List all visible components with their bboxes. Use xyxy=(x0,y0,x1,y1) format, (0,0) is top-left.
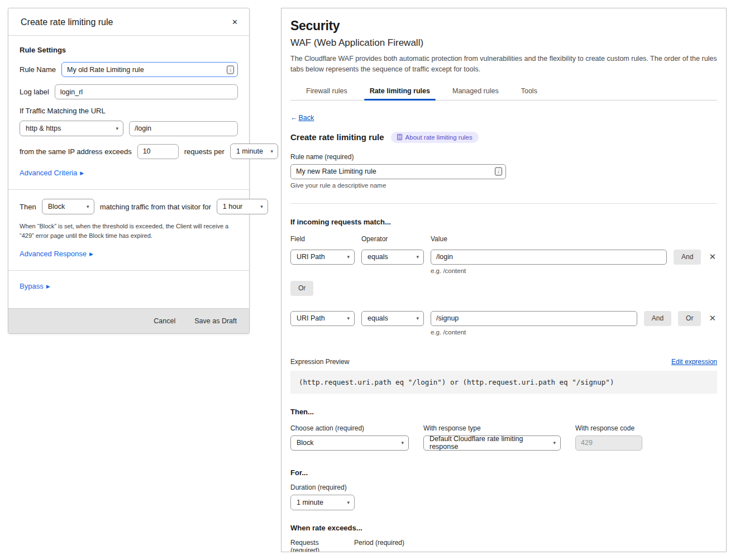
scheme-select[interactable]: http & https ▾ xyxy=(20,121,123,136)
traffic-match-label: If Traffic Matching the URL xyxy=(20,107,238,115)
rule-name-input[interactable] xyxy=(290,164,506,179)
duration-select-value: 1 minute xyxy=(297,499,323,506)
threshold-row: from the same IP address exceeds request… xyxy=(20,143,238,159)
chevron-down-icon: ▾ xyxy=(416,254,419,260)
for-heading: For... xyxy=(290,468,717,477)
divider xyxy=(8,270,249,271)
action-select[interactable]: Block ▾ xyxy=(290,435,409,451)
url-match-row: http & https ▾ xyxy=(20,121,238,136)
advanced-criteria-link[interactable]: Advanced Criteria ▶ xyxy=(20,169,84,177)
rate-controls: Requests (required) Period (required) 1 … xyxy=(290,539,717,553)
rule-name-row: Rule Name ↓ xyxy=(20,62,238,77)
operator-select-value: equals xyxy=(367,314,388,322)
advanced-response-link[interactable]: Advanced Response ▶ xyxy=(20,250,93,258)
or-button[interactable]: Or xyxy=(678,311,701,326)
chevron-down-icon: ▾ xyxy=(401,440,404,446)
exceeds-suffix-text: requests per xyxy=(184,147,225,156)
dialog-title: Create rate limiting rule xyxy=(21,17,113,27)
rate-labels: Requests (required) Period (required) xyxy=(290,539,717,553)
tab-tools[interactable]: Tools xyxy=(520,84,538,100)
advanced-criteria-label: Advanced Criteria xyxy=(20,169,77,177)
autofill-icon[interactable]: ↓ xyxy=(495,167,502,176)
close-icon[interactable]: ✕ xyxy=(231,17,239,27)
url-input[interactable] xyxy=(129,121,238,136)
field-select[interactable]: URI Path ▾ xyxy=(290,311,355,326)
and-button[interactable]: And xyxy=(674,250,701,265)
expression-head: Expression Preview Edit expression xyxy=(290,358,717,366)
save-as-draft-button[interactable]: Save as Draft xyxy=(194,317,237,325)
action-select[interactable]: Block ▾ xyxy=(42,199,94,214)
period-select[interactable]: 1 minute ▾ xyxy=(230,143,278,159)
response-code-column: With response code xyxy=(575,424,642,451)
action-select-value: Block xyxy=(297,439,314,447)
rule-name-block: Rule name (required) ↓ Give your rule a … xyxy=(290,153,717,189)
response-code-label: With response code xyxy=(575,424,642,432)
condition-row: URI Path ▾ equals ▾ And ✕ xyxy=(290,250,717,265)
then-heading: Then... xyxy=(290,408,717,416)
operator-select-value: equals xyxy=(367,253,388,261)
operator-select[interactable]: equals ▾ xyxy=(361,250,424,265)
create-rate-limiting-rule-dialog: Create rate limiting rule ✕ Rule Setting… xyxy=(8,8,250,334)
back-link[interactable]: ← Back xyxy=(290,114,314,122)
back-label: Back xyxy=(299,114,314,122)
tab-managed-rules[interactable]: Managed rules xyxy=(451,84,500,100)
and-button[interactable]: And xyxy=(644,311,671,326)
then-section: Then... Choose action (required) Block ▾… xyxy=(290,408,717,451)
value-input[interactable] xyxy=(431,311,637,326)
field-select[interactable]: URI Path ▾ xyxy=(290,250,355,265)
remove-condition-icon[interactable]: ✕ xyxy=(708,252,717,262)
url-input-wrap xyxy=(129,121,238,136)
match-section: If incoming requests match... Field Oper… xyxy=(290,218,717,336)
or-button[interactable]: Or xyxy=(290,281,313,296)
autofill-icon[interactable]: ↓ xyxy=(227,65,234,74)
triangle-right-icon: ▶ xyxy=(46,284,50,289)
log-input-wrap xyxy=(55,84,238,99)
then-suffix-text: matching traffic from that visitor for xyxy=(100,203,211,211)
duration-block: Duration (required) 1 minute ▾ xyxy=(290,484,717,510)
document-icon xyxy=(397,134,402,140)
tab-firewall-rules[interactable]: Firewall rules xyxy=(305,84,349,100)
triangle-right-icon: ▶ xyxy=(89,251,93,257)
tab-rate-limiting-rules[interactable]: Rate limiting rules xyxy=(369,84,431,100)
or-row: Or xyxy=(290,281,717,296)
response-type-select[interactable]: Default Cloudflare rate limiting respons… xyxy=(423,435,561,451)
rate-heading: When rate exceeds... xyxy=(290,524,717,532)
dialog-body: Rule Settings Rule Name ↓ Log label If T… xyxy=(8,36,249,304)
about-rate-limiting-badge[interactable]: About rate limiting rules xyxy=(391,132,479,143)
rate-section: When rate exceeds... Requests (required)… xyxy=(290,524,717,553)
match-heading: If incoming requests match... xyxy=(290,218,717,226)
response-type-label: With response type xyxy=(423,424,561,432)
back-arrow-icon: ← xyxy=(290,114,298,122)
log-label-input[interactable] xyxy=(55,84,238,99)
waf-tab-bar: Firewall rules Rate limiting rules Manag… xyxy=(290,84,717,100)
expression-preview-label: Expression Preview xyxy=(290,358,349,366)
cancel-button[interactable]: Cancel xyxy=(154,317,175,325)
divider xyxy=(290,203,717,204)
log-label-row: Log label xyxy=(20,84,238,99)
requests-label: Requests (required) xyxy=(290,539,346,553)
value-input-wrap xyxy=(431,250,667,265)
condition-column-labels: Field Operator Value xyxy=(290,235,717,246)
block-note-text: When “Block” is set, when the threshold … xyxy=(20,222,238,241)
response-code-input xyxy=(575,435,642,451)
chevron-down-icon: ▾ xyxy=(553,440,556,446)
field-select-value: URI Path xyxy=(297,253,325,261)
value-input[interactable] xyxy=(431,250,667,265)
value-helper: e.g. /content xyxy=(431,267,717,274)
rule-name-input[interactable] xyxy=(61,62,238,77)
bypass-link[interactable]: Bypass ▶ xyxy=(20,282,50,290)
edit-expression-link[interactable]: Edit expression xyxy=(671,358,717,366)
page-description: The Cloudflare WAF provides both automat… xyxy=(290,54,717,75)
log-label: Log label xyxy=(20,88,49,96)
value-input-wrap xyxy=(431,311,637,326)
rule-name-helper: Give your rule a descriptive name xyxy=(290,182,717,189)
block-duration-select[interactable]: 1 hour ▾ xyxy=(217,199,268,214)
operator-select[interactable]: equals ▾ xyxy=(361,311,424,326)
field-select-value: URI Path xyxy=(297,314,325,322)
period-label: Period (required) xyxy=(354,539,404,553)
remove-condition-icon[interactable]: ✕ xyxy=(708,313,717,323)
choose-action-label: Choose action (required) xyxy=(290,424,409,432)
duration-select[interactable]: 1 minute ▾ xyxy=(290,495,355,510)
requests-count-input[interactable] xyxy=(137,144,179,159)
scheme-select-value: http & https xyxy=(26,125,61,132)
